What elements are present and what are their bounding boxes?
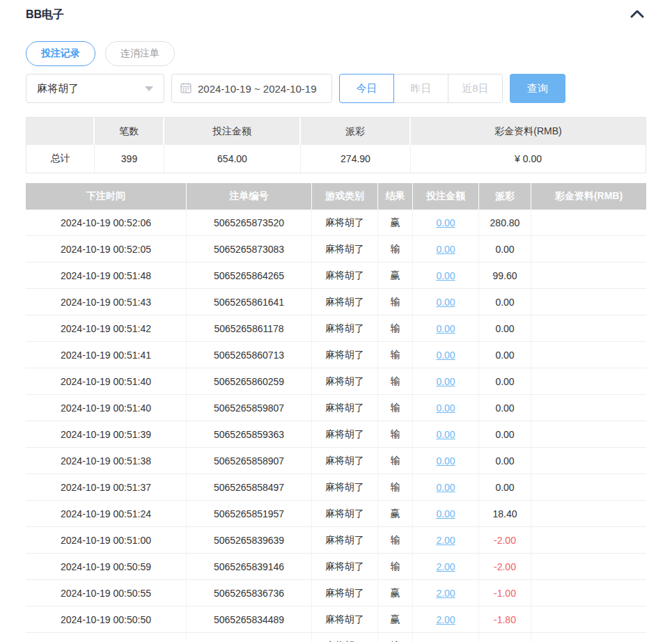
col-header-payout: 派彩 xyxy=(479,183,531,210)
tab-cancelled-orders[interactable]: 连消注单 xyxy=(105,41,175,66)
bet-amount-link[interactable]: 2.00 xyxy=(436,614,455,625)
bet-time-cell: 2024-10-19 00:52:06 xyxy=(26,210,187,235)
summary-header-payout: 派彩 xyxy=(301,118,411,145)
payout-cell: -1.00 xyxy=(479,580,531,606)
quick-range-group: 今日 昨日 近8日 xyxy=(339,74,503,103)
bet-time-cell: 2024-10-19 00:50:50 xyxy=(26,633,187,642)
summary-header-count: 笔数 xyxy=(95,118,164,145)
tab-bet-records[interactable]: 投注记录 xyxy=(26,41,95,66)
panel-bb-dianzi: BB电子 投注记录 连消注单 麻将胡了 2024-10-19 ~ 2024-10… xyxy=(0,0,672,642)
bet-amount-link[interactable]: 0.00 xyxy=(436,217,455,228)
order-number-cell: 5065265834489 xyxy=(187,606,312,632)
quick-range-last8days[interactable]: 近8日 xyxy=(448,74,503,103)
tab-bar: 投注记录 连消注单 xyxy=(26,41,646,66)
summary-header-row: 笔数 投注金额 派彩 彩金资料(RMB) xyxy=(26,118,646,145)
result-cell: 赢 xyxy=(378,606,413,632)
result-cell: 输 xyxy=(378,395,413,421)
bet-amount-link[interactable]: 0.00 xyxy=(436,508,455,519)
bet-amount-link[interactable]: 0.00 xyxy=(436,455,455,467)
table-row: 2024-10-19 00:52:05 5065265873083 麻将胡了 输… xyxy=(26,236,646,263)
bonus-cell xyxy=(531,580,646,606)
game-type-cell: 麻将胡了 xyxy=(312,210,378,235)
game-type-cell: 麻将胡了 xyxy=(312,501,378,526)
game-type-cell: 麻将胡了 xyxy=(312,448,378,473)
payout-cell: -1.80 xyxy=(479,606,531,632)
bonus-cell xyxy=(531,210,646,235)
order-number-cell: 5065265864265 xyxy=(187,263,312,288)
bonus-cell xyxy=(531,527,646,553)
table-row: 2024-10-19 00:50:59 5065265839146 麻将胡了 输… xyxy=(26,554,646,580)
bet-time-cell: 2024-10-19 00:51:42 xyxy=(26,315,187,341)
bet-amount-link[interactable]: 2.00 xyxy=(436,535,455,546)
result-cell: 输 xyxy=(378,315,413,341)
bet-time-cell: 2024-10-19 00:51:41 xyxy=(26,342,187,368)
bet-amount-link[interactable]: 2.00 xyxy=(436,588,455,599)
query-button[interactable]: 查询 xyxy=(510,74,565,103)
collapse-button[interactable] xyxy=(628,6,646,24)
order-number-cell: 5065265873520 xyxy=(187,210,312,235)
summary-bonus-value: ¥ 0.00 xyxy=(411,145,646,173)
bet-amount-link[interactable]: 0.00 xyxy=(436,402,455,414)
order-number-cell: 5065265873083 xyxy=(187,236,312,262)
result-cell: 输 xyxy=(378,448,413,473)
bet-amount-link[interactable]: 0.00 xyxy=(436,270,455,281)
bet-time-cell: 2024-10-19 00:51:37 xyxy=(26,474,187,500)
summary-header-bet-amount: 投注金额 xyxy=(164,118,301,145)
bet-amount-link[interactable]: 0.00 xyxy=(436,482,455,493)
table-row: 2024-10-19 00:51:00 5065265839639 麻将胡了 输… xyxy=(26,527,646,554)
order-number-cell: 5065265860259 xyxy=(187,368,312,394)
bonus-cell xyxy=(531,368,646,394)
payout-cell: 0.00 xyxy=(479,342,531,368)
bet-time-cell: 2024-10-19 00:50:55 xyxy=(26,580,187,606)
chevron-up-icon xyxy=(630,10,644,20)
game-select-value: 麻将胡了 xyxy=(37,82,79,95)
table-row: 2024-10-19 00:51:37 5065265858497 麻将胡了 输… xyxy=(26,474,646,501)
bet-amount-link[interactable]: 0.00 xyxy=(436,429,455,440)
table-row: 2024-10-19 00:51:24 5065265851957 麻将胡了 赢… xyxy=(26,501,646,527)
order-number-cell: 5065265861178 xyxy=(187,315,312,341)
bonus-cell xyxy=(531,315,646,341)
bet-time-cell: 2024-10-19 00:52:05 xyxy=(26,236,187,262)
bet-time-cell: 2024-10-19 00:50:50 xyxy=(26,606,187,632)
order-number-cell: 5065265858907 xyxy=(187,448,312,473)
bet-amount-link[interactable]: 0.00 xyxy=(436,297,455,308)
table-row: 2024-10-19 00:51:48 5065265864265 麻将胡了 赢… xyxy=(26,263,646,289)
table-row: 2024-10-19 00:51:40 5065265860259 麻将胡了 输… xyxy=(26,368,646,395)
col-header-bet-amount: 投注金额 xyxy=(413,183,479,210)
bet-amount-link[interactable]: 0.00 xyxy=(436,244,455,255)
table-row: 2024-10-19 00:52:06 5065265873520 麻将胡了 赢… xyxy=(26,210,646,236)
game-type-cell: 麻将胡了 xyxy=(312,606,378,632)
payout-cell: 99.60 xyxy=(479,263,531,288)
order-number-cell: 5065265860713 xyxy=(187,342,312,368)
table-row: 2024-10-19 00:51:40 5065265859807 麻将胡了 输… xyxy=(26,395,646,421)
game-type-cell: 麻将胡了 xyxy=(312,368,378,394)
order-number-cell: 5065265839146 xyxy=(187,554,312,579)
game-type-cell: 麻将胡了 xyxy=(312,236,378,262)
bonus-cell xyxy=(531,474,646,500)
bonus-cell xyxy=(531,633,646,642)
bet-time-cell: 2024-10-19 00:51:39 xyxy=(26,421,187,447)
calendar-icon xyxy=(180,82,192,95)
bet-amount-link[interactable]: 0.00 xyxy=(436,376,455,387)
result-cell: 赢 xyxy=(378,501,413,526)
game-type-cell: 麻将胡了 xyxy=(312,580,378,606)
game-select[interactable]: 麻将胡了 xyxy=(26,74,164,103)
order-number-cell: 5065265839639 xyxy=(187,527,312,553)
game-type-cell: 麻将胡了 xyxy=(312,421,378,447)
bet-amount-link[interactable]: 0.00 xyxy=(436,323,455,334)
col-header-game-type: 游戏类别 xyxy=(312,183,378,210)
game-type-cell: 麻将胡了 xyxy=(312,474,378,500)
quick-range-yesterday[interactable]: 昨日 xyxy=(393,74,448,103)
quick-range-today[interactable]: 今日 xyxy=(339,74,394,103)
date-range-input[interactable]: 2024-10-19 ~ 2024-10-19 xyxy=(171,74,332,103)
payout-cell: 0.00 xyxy=(479,421,531,447)
bet-amount-link[interactable]: 0.00 xyxy=(436,350,455,361)
payout-cell: 0.00 xyxy=(479,395,531,421)
result-cell: 赢 xyxy=(378,263,413,288)
bet-amount-link[interactable]: 2.00 xyxy=(436,561,455,572)
bonus-cell xyxy=(531,263,646,288)
page-header: BB电子 xyxy=(26,6,646,24)
payout-cell: 0.00 xyxy=(479,474,531,500)
payout-cell: 0.00 xyxy=(479,315,531,341)
payout-cell: 0.00 xyxy=(479,289,531,315)
